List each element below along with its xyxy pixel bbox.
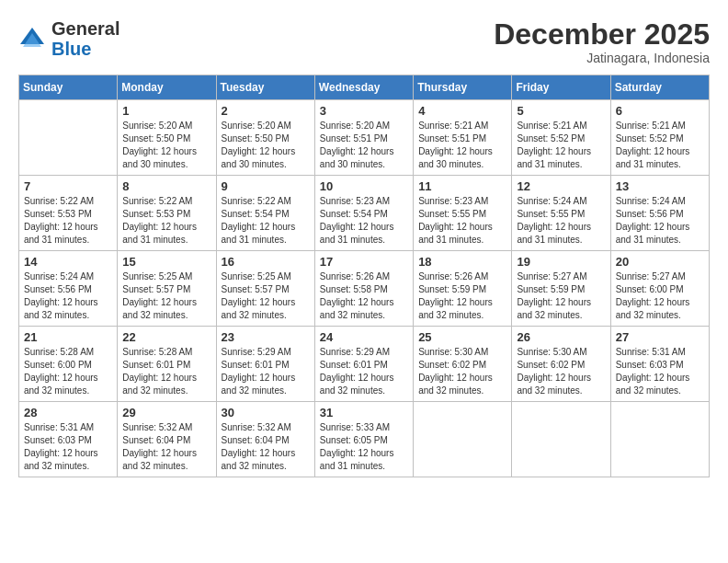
day-info: Sunrise: 5:22 AMSunset: 5:53 PMDaylight:… bbox=[122, 195, 210, 247]
calendar-cell: 18Sunrise: 5:26 AMSunset: 5:59 PMDayligh… bbox=[414, 251, 512, 327]
day-number: 11 bbox=[418, 179, 506, 193]
calendar-cell: 6Sunrise: 5:21 AMSunset: 5:52 PMDaylight… bbox=[610, 100, 709, 176]
logo: General Blue bbox=[18, 18, 119, 59]
calendar-cell: 4Sunrise: 5:21 AMSunset: 5:51 PMDaylight… bbox=[414, 100, 512, 176]
day-info: Sunrise: 5:20 AMSunset: 5:50 PMDaylight:… bbox=[122, 120, 210, 171]
header-tuesday: Tuesday bbox=[216, 75, 314, 100]
day-info: Sunrise: 5:24 AMSunset: 5:56 PMDaylight:… bbox=[616, 195, 704, 247]
day-info: Sunrise: 5:26 AMSunset: 5:58 PMDaylight:… bbox=[320, 270, 408, 322]
calendar-header-row: SundayMondayTuesdayWednesdayThursdayFrid… bbox=[19, 75, 710, 100]
calendar-cell: 9Sunrise: 5:22 AMSunset: 5:54 PMDaylight… bbox=[216, 176, 314, 251]
day-info: Sunrise: 5:28 AMSunset: 6:01 PMDaylight:… bbox=[122, 346, 210, 397]
day-number: 30 bbox=[222, 406, 310, 419]
day-number: 31 bbox=[320, 406, 408, 419]
day-info: Sunrise: 5:27 AMSunset: 6:00 PMDaylight:… bbox=[616, 270, 704, 322]
header-saturday: Saturday bbox=[610, 75, 709, 100]
day-number: 18 bbox=[418, 255, 506, 269]
day-number: 13 bbox=[616, 179, 704, 193]
calendar-table: SundayMondayTuesdayWednesdayThursdayFrid… bbox=[18, 75, 710, 477]
calendar-cell: 3Sunrise: 5:20 AMSunset: 5:51 PMDaylight… bbox=[314, 100, 413, 176]
day-info: Sunrise: 5:26 AMSunset: 5:59 PMDaylight:… bbox=[418, 270, 506, 322]
calendar-cell: 27Sunrise: 5:31 AMSunset: 6:03 PMDayligh… bbox=[610, 327, 709, 402]
day-info: Sunrise: 5:24 AMSunset: 5:55 PMDaylight:… bbox=[517, 195, 605, 247]
day-number: 19 bbox=[517, 255, 605, 269]
day-info: Sunrise: 5:29 AMSunset: 6:01 PMDaylight:… bbox=[222, 346, 310, 397]
calendar-cell bbox=[610, 402, 709, 477]
calendar-cell: 28Sunrise: 5:31 AMSunset: 6:03 PMDayligh… bbox=[19, 402, 118, 477]
day-info: Sunrise: 5:21 AMSunset: 5:52 PMDaylight:… bbox=[517, 120, 605, 171]
calendar-cell bbox=[19, 100, 118, 176]
day-number: 9 bbox=[222, 179, 310, 193]
day-info: Sunrise: 5:31 AMSunset: 6:03 PMDaylight:… bbox=[24, 421, 112, 473]
header-sunday: Sunday bbox=[19, 75, 118, 100]
calendar-cell: 2Sunrise: 5:20 AMSunset: 5:50 PMDaylight… bbox=[216, 100, 314, 176]
day-info: Sunrise: 5:21 AMSunset: 5:52 PMDaylight:… bbox=[616, 120, 704, 171]
day-info: Sunrise: 5:23 AMSunset: 5:54 PMDaylight:… bbox=[320, 195, 408, 247]
calendar-week-5: 28Sunrise: 5:31 AMSunset: 6:03 PMDayligh… bbox=[19, 402, 710, 477]
calendar-cell: 17Sunrise: 5:26 AMSunset: 5:58 PMDayligh… bbox=[314, 251, 413, 327]
day-info: Sunrise: 5:20 AMSunset: 5:51 PMDaylight:… bbox=[320, 120, 408, 171]
day-info: Sunrise: 5:29 AMSunset: 6:01 PMDaylight:… bbox=[320, 346, 408, 397]
day-number: 12 bbox=[517, 179, 605, 193]
calendar-cell: 21Sunrise: 5:28 AMSunset: 6:00 PMDayligh… bbox=[19, 327, 118, 402]
calendar-week-4: 21Sunrise: 5:28 AMSunset: 6:00 PMDayligh… bbox=[19, 327, 710, 402]
day-number: 5 bbox=[517, 104, 605, 118]
location: Jatinagara, Indonesia bbox=[494, 51, 710, 65]
calendar-cell: 20Sunrise: 5:27 AMSunset: 6:00 PMDayligh… bbox=[610, 251, 709, 327]
day-number: 22 bbox=[122, 330, 210, 344]
day-info: Sunrise: 5:22 AMSunset: 5:53 PMDaylight:… bbox=[24, 195, 112, 247]
calendar-cell: 11Sunrise: 5:23 AMSunset: 5:55 PMDayligh… bbox=[414, 176, 512, 251]
day-info: Sunrise: 5:31 AMSunset: 6:03 PMDaylight:… bbox=[616, 346, 704, 397]
calendar-cell: 26Sunrise: 5:30 AMSunset: 6:02 PMDayligh… bbox=[512, 327, 610, 402]
day-number: 14 bbox=[24, 255, 112, 269]
day-number: 7 bbox=[24, 179, 112, 193]
calendar-cell bbox=[414, 402, 512, 477]
calendar-cell: 7Sunrise: 5:22 AMSunset: 5:53 PMDaylight… bbox=[19, 176, 118, 251]
header-thursday: Thursday bbox=[414, 75, 512, 100]
logo-blue: Blue bbox=[51, 39, 91, 59]
calendar-cell: 10Sunrise: 5:23 AMSunset: 5:54 PMDayligh… bbox=[314, 176, 413, 251]
day-info: Sunrise: 5:32 AMSunset: 6:04 PMDaylight:… bbox=[122, 421, 210, 473]
calendar-week-3: 14Sunrise: 5:24 AMSunset: 5:56 PMDayligh… bbox=[19, 251, 710, 327]
day-number: 27 bbox=[616, 330, 704, 344]
day-number: 26 bbox=[517, 330, 605, 344]
day-info: Sunrise: 5:20 AMSunset: 5:50 PMDaylight:… bbox=[222, 120, 310, 171]
day-number: 4 bbox=[418, 104, 506, 118]
calendar-cell: 15Sunrise: 5:25 AMSunset: 5:57 PMDayligh… bbox=[118, 251, 216, 327]
calendar-week-2: 7Sunrise: 5:22 AMSunset: 5:53 PMDaylight… bbox=[19, 176, 710, 251]
day-info: Sunrise: 5:23 AMSunset: 5:55 PMDaylight:… bbox=[418, 195, 506, 247]
header-friday: Friday bbox=[512, 75, 610, 100]
calendar-cell: 22Sunrise: 5:28 AMSunset: 6:01 PMDayligh… bbox=[118, 327, 216, 402]
header-monday: Monday bbox=[118, 75, 216, 100]
logo-general: General bbox=[51, 18, 119, 39]
day-info: Sunrise: 5:33 AMSunset: 6:05 PMDaylight:… bbox=[320, 421, 408, 473]
day-number: 17 bbox=[320, 255, 408, 269]
calendar-cell bbox=[512, 402, 610, 477]
page-header: General Blue December 2025 Jatinagara, I… bbox=[18, 18, 710, 65]
day-number: 10 bbox=[320, 179, 408, 193]
day-info: Sunrise: 5:30 AMSunset: 6:02 PMDaylight:… bbox=[517, 346, 605, 397]
day-number: 15 bbox=[122, 255, 210, 269]
calendar-cell: 25Sunrise: 5:30 AMSunset: 6:02 PMDayligh… bbox=[414, 327, 512, 402]
day-info: Sunrise: 5:30 AMSunset: 6:02 PMDaylight:… bbox=[418, 346, 506, 397]
calendar-cell: 12Sunrise: 5:24 AMSunset: 5:55 PMDayligh… bbox=[512, 176, 610, 251]
day-info: Sunrise: 5:32 AMSunset: 6:04 PMDaylight:… bbox=[222, 421, 310, 473]
day-info: Sunrise: 5:25 AMSunset: 5:57 PMDaylight:… bbox=[222, 270, 310, 322]
calendar-cell: 16Sunrise: 5:25 AMSunset: 5:57 PMDayligh… bbox=[216, 251, 314, 327]
day-info: Sunrise: 5:21 AMSunset: 5:51 PMDaylight:… bbox=[418, 120, 506, 171]
header-wednesday: Wednesday bbox=[314, 75, 413, 100]
calendar-cell: 5Sunrise: 5:21 AMSunset: 5:52 PMDaylight… bbox=[512, 100, 610, 176]
calendar-cell: 30Sunrise: 5:32 AMSunset: 6:04 PMDayligh… bbox=[216, 402, 314, 477]
day-info: Sunrise: 5:24 AMSunset: 5:56 PMDaylight:… bbox=[24, 270, 112, 322]
calendar-week-1: 1Sunrise: 5:20 AMSunset: 5:50 PMDaylight… bbox=[19, 100, 710, 176]
calendar-cell: 19Sunrise: 5:27 AMSunset: 5:59 PMDayligh… bbox=[512, 251, 610, 327]
day-number: 2 bbox=[222, 104, 310, 118]
day-number: 20 bbox=[616, 255, 704, 269]
day-number: 23 bbox=[222, 330, 310, 344]
day-number: 6 bbox=[616, 104, 704, 118]
calendar-cell: 8Sunrise: 5:22 AMSunset: 5:53 PMDaylight… bbox=[118, 176, 216, 251]
calendar-cell: 1Sunrise: 5:20 AMSunset: 5:50 PMDaylight… bbox=[118, 100, 216, 176]
day-info: Sunrise: 5:22 AMSunset: 5:54 PMDaylight:… bbox=[222, 195, 310, 247]
day-number: 24 bbox=[320, 330, 408, 344]
day-number: 28 bbox=[24, 406, 112, 419]
